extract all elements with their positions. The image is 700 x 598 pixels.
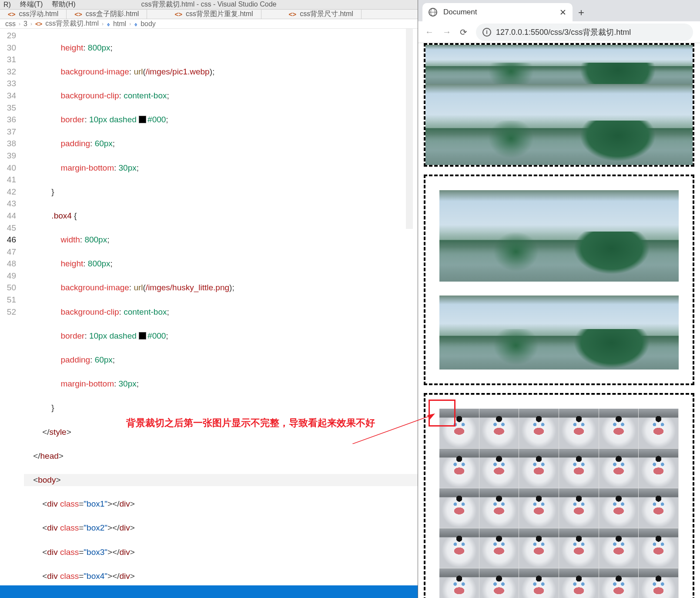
- husky-tile: [559, 449, 599, 489]
- browser-tab-document[interactable]: Document ✕: [422, 3, 573, 21]
- scrollbar-thumb[interactable]: [406, 29, 413, 229]
- line-number: 44: [0, 210, 16, 222]
- code-body[interactable]: height: 800px; background-image: url(/im…: [24, 29, 418, 598]
- code-line: padding: 60px;: [24, 138, 418, 150]
- tab-close-icon[interactable]: ✕: [559, 7, 566, 17]
- chevron-right-icon: ›: [102, 21, 104, 27]
- tab-label: css背景图片重复.html: [186, 10, 253, 19]
- husky-tile: [599, 568, 639, 598]
- husky-tile: [479, 488, 519, 528]
- html-icon: <>: [289, 10, 297, 18]
- code-line: <div class="box3"></div>: [24, 546, 418, 558]
- browser-tabbar: Document ✕ +: [418, 0, 700, 21]
- url-text: 127.0.0.1:5500/css/3/css背景裁切.html: [496, 27, 631, 37]
- html-icon: <>: [35, 20, 42, 27]
- husky-tile: [559, 409, 599, 449]
- husky-tile: [639, 449, 679, 489]
- forward-button[interactable]: →: [442, 27, 451, 37]
- code-line-active: <body>: [24, 474, 418, 486]
- menu-item-terminal[interactable]: 终端(T): [20, 0, 43, 9]
- husky-tile: [559, 488, 599, 528]
- line-number: 51: [0, 294, 16, 306]
- url-field[interactable]: i 127.0.0.1:5500/css/3/css背景裁切.html: [476, 24, 693, 41]
- line-number: 36: [0, 114, 16, 126]
- preview-box2: [424, 175, 694, 385]
- husky-tile: [639, 528, 679, 568]
- chevron-right-icon: ›: [19, 21, 20, 27]
- tab-css背景尺寸[interactable]: <>css背景尺寸.html: [281, 10, 362, 19]
- annotation-text: 背景裁切之后第一张图片显示不完整，导致看起来效果不好: [126, 417, 375, 430]
- husky-tile: [439, 449, 479, 489]
- line-number: 31: [0, 54, 16, 66]
- husky-tile: [519, 488, 559, 528]
- color-swatch-icon: [139, 332, 146, 339]
- line-number: 34: [0, 90, 16, 102]
- husky-tile: [519, 409, 559, 449]
- crumb-css[interactable]: css: [5, 20, 16, 28]
- husky-tile: [519, 449, 559, 489]
- code-line: <div class="box1"></div>: [24, 498, 418, 510]
- preview-box1: [424, 43, 694, 167]
- tab-label: css盒子阴影.html: [86, 10, 139, 19]
- husky-tile: [519, 568, 559, 598]
- tab-css背景图片重复[interactable]: <>css背景图片重复.html: [167, 10, 261, 19]
- husky-tile: [519, 528, 559, 568]
- code-line: }: [24, 402, 418, 414]
- line-number: 35: [0, 102, 16, 114]
- line-number: 52: [0, 306, 16, 318]
- crumb-html[interactable]: html: [113, 20, 126, 28]
- crumb-body[interactable]: body: [141, 20, 156, 28]
- line-number: 48: [0, 258, 16, 270]
- husky-tile: [479, 528, 519, 568]
- landscape-image: [439, 296, 679, 370]
- code-line: background-clip: content-box;: [24, 306, 418, 318]
- line-number: 42: [0, 186, 16, 198]
- code-line: background-image: url(/imges/pic1.webp);: [24, 66, 418, 78]
- line-number: 29: [0, 30, 16, 42]
- menu-item-r[interactable]: R): [3, 1, 11, 9]
- tab-css浮动[interactable]: <>css浮动.html: [0, 10, 67, 19]
- code-editor[interactable]: 29 30 31 32 33 34 35 36 37 38 39 40 41 4…: [0, 29, 418, 598]
- line-number: 32: [0, 66, 16, 78]
- symbol-icon: ⬨: [134, 20, 137, 27]
- husky-tile: [599, 528, 639, 568]
- code-line: margin-bottom: 30px;: [24, 162, 418, 174]
- landscape-image: [439, 190, 679, 282]
- line-number: 33: [0, 77, 16, 90]
- crumb-3[interactable]: 3: [23, 20, 27, 28]
- husky-tile: [439, 528, 479, 568]
- line-number: 39: [0, 150, 16, 162]
- globe-icon: [429, 8, 437, 17]
- husky-tile: [479, 409, 519, 449]
- husky-tile: [439, 488, 479, 528]
- symbol-icon: ⬨: [107, 20, 110, 27]
- line-number: 47: [0, 246, 16, 258]
- code-line: </head>: [24, 450, 418, 462]
- crumb-file[interactable]: css背景裁切.html: [45, 19, 99, 28]
- husky-tile: [439, 568, 479, 598]
- html-icon: <>: [8, 10, 16, 18]
- husky-tile: [559, 528, 599, 568]
- new-tab-button[interactable]: +: [573, 7, 590, 21]
- reload-button[interactable]: ⟳: [460, 27, 467, 37]
- code-line: background-clip: content-box;: [24, 90, 418, 102]
- site-info-icon[interactable]: i: [482, 28, 491, 37]
- menu-item-help[interactable]: 帮助(H): [52, 0, 75, 9]
- editor-scrollbar[interactable]: [405, 29, 413, 598]
- breadcrumb[interactable]: css › 3 › <> css背景裁切.html › ⬨ html › ⬨ b…: [0, 19, 418, 29]
- code-line: <div class="box4"></div>: [24, 570, 418, 582]
- back-button[interactable]: ←: [425, 27, 434, 37]
- line-number: 43: [0, 198, 16, 210]
- landscape-image: [425, 84, 693, 165]
- husky-tile: [639, 488, 679, 528]
- code-line: padding: 60px;: [24, 354, 418, 366]
- browser-tab-title: Document: [443, 8, 477, 17]
- husky-tile: [639, 409, 679, 449]
- tab-label: css背景尺寸.html: [300, 10, 353, 19]
- window-title: css背景裁切.html - css - Visual Studio Code: [141, 0, 277, 9]
- browser-content[interactable]: [418, 43, 700, 598]
- color-swatch-icon: [139, 116, 146, 123]
- husky-tile: [599, 409, 639, 449]
- tab-css盒子阴影[interactable]: <>css盒子阴影.html: [67, 10, 147, 19]
- code-line: <div class="box2"></div>: [24, 522, 418, 534]
